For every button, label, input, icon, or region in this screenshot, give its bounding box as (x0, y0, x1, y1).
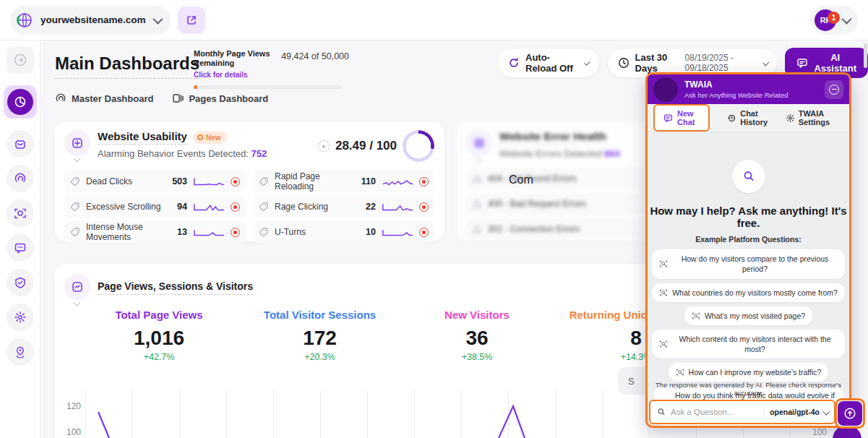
sidebar-item-feedback[interactable] (7, 234, 34, 262)
ask-question-bar: openai/gpt-4o (649, 400, 835, 424)
user-menu[interactable]: RF 1 (810, 6, 858, 35)
location-pin-icon (14, 345, 27, 358)
alert-target-icon (231, 228, 240, 237)
tab-chat-history[interactable]: Chat History (721, 106, 777, 130)
quota-progress-fill (194, 85, 197, 89)
website-selector[interactable]: yourwebsitename.com (10, 6, 171, 35)
examples-label: Example Platform Questions: (695, 235, 801, 244)
stat-total-visitor-sessions[interactable]: Total Visitor Sessions 172 +20.3% (242, 309, 398, 362)
sidebar-nav (0, 40, 40, 438)
sparkline (382, 176, 413, 187)
tab-master-label: Master Dashboard (72, 93, 153, 104)
panel-tabs: New Chat Chat History TWAIA Settings (648, 104, 849, 132)
new-chat-icon (663, 113, 673, 123)
open-website-button[interactable] (178, 7, 205, 34)
auto-reload-dropdown[interactable]: Auto-Reload Off (497, 48, 600, 78)
refresh-icon (508, 57, 520, 69)
sidebar-item-performance[interactable] (7, 165, 34, 192)
chevron-down-icon (762, 59, 769, 66)
ask-question-input[interactable] (671, 408, 759, 416)
tag-icon (70, 227, 80, 237)
search-scan-icon (659, 340, 668, 348)
search-scan-icon (659, 288, 668, 297)
sidebar-item-locations[interactable] (7, 338, 34, 366)
usability-score: 28.49 / 100 (335, 139, 397, 153)
top-bar: yourwebsitename.com RF 1 (0, 0, 868, 40)
model-selector[interactable]: openai/gpt-4o (763, 408, 828, 416)
tag-icon (259, 227, 269, 237)
sidebar-item-dashboards[interactable] (4, 85, 37, 119)
search-scan-icon (676, 368, 684, 377)
new-badge: New (193, 132, 227, 144)
example-question[interactable]: How do my visitors compare to the previo… (652, 249, 845, 278)
sidebar-item-recordings[interactable] (7, 199, 34, 227)
assistant-name: TWAIA (684, 80, 788, 90)
ai-assistant-label: AI Assistant (814, 52, 856, 74)
pageviews-module-icon[interactable] (64, 274, 90, 300)
sidebar-item-privacy[interactable] (7, 269, 34, 296)
sparkline (382, 201, 413, 212)
tab-twaia-settings[interactable]: TWAIA Settings (780, 106, 843, 130)
example-question[interactable]: What's my most visited page? (684, 306, 812, 325)
search-circle (732, 160, 765, 193)
usability-title[interactable]: Website Usability (98, 130, 187, 145)
sidebar-item-ecommerce[interactable] (7, 130, 34, 158)
notification-badge: 1 (828, 12, 840, 24)
date-range-value: 08/19/2025 - 09/18/2025 (685, 53, 757, 73)
quota-details-link[interactable]: Click for details (194, 71, 247, 79)
alert-target-icon (231, 202, 240, 212)
sparkline (193, 226, 225, 238)
search-scan-icon (692, 312, 700, 320)
page-title: Main Dashboards (55, 53, 199, 79)
tab-master-dashboard[interactable]: Master Dashboard (55, 93, 153, 104)
metric-row-dead-clicks[interactable]: Dead Clicks 503 (64, 171, 246, 192)
clock-icon (618, 57, 629, 69)
stat-total-page-views[interactable]: Total Page Views 1,016 +42.7% (76, 309, 242, 362)
ai-disclaimer: The response was generated by AI. Please… (648, 381, 849, 397)
sidebar-collapse-icon[interactable] (7, 46, 34, 74)
new-chat-label: New Chat (677, 109, 700, 126)
panel-header: TWAIA Ask her Anything Website Related (648, 74, 849, 104)
minus-circle-icon (829, 85, 839, 95)
error-module-icon[interactable] (466, 130, 492, 156)
twaia-settings-label: TWAIA Settings (799, 109, 838, 126)
usability-score-donut (403, 130, 434, 162)
alert-target-icon (419, 228, 429, 237)
shield-check-icon (14, 276, 27, 289)
history-icon (727, 113, 736, 123)
sparkline (193, 201, 225, 212)
sidebar-item-settings[interactable] (7, 304, 34, 331)
usability-module-icon[interactable] (64, 130, 90, 156)
dashboard-tabs: Master Dashboard Pages Dashboard (55, 93, 268, 104)
scrollbar[interactable] (864, 43, 867, 68)
example-question[interactable]: What countries do my visitors mostly com… (652, 283, 845, 302)
minimize-button[interactable] (825, 80, 843, 99)
warning-icon (472, 173, 482, 184)
tab-pages-dashboard[interactable]: Pages Dashboard (172, 93, 268, 104)
metric-row-excessive-scrolling[interactable]: Excessive Scrolling 94 (64, 196, 246, 218)
metric-row-rage-clicking[interactable]: Rage Clicking 22 (253, 196, 434, 218)
sparkline (193, 176, 225, 187)
chevron-down-icon (584, 59, 590, 66)
quota-label: Monthly Page Views Remaining (194, 49, 277, 67)
shopping-bag-icon (14, 137, 27, 150)
chevron-down-icon (152, 14, 163, 24)
metric-row-u-turns[interactable]: U-Turns 10 (253, 221, 434, 243)
twaia-avatar (653, 77, 678, 102)
pageviews-title[interactable]: Page Views, Sessions & Visitors (98, 280, 253, 295)
quota-widget[interactable]: Monthly Page Views Remaining 49,424 of 5… (194, 49, 349, 89)
metric-row-intense-mouse-movements[interactable]: Intense Mouse Movements 13 (64, 221, 246, 243)
example-question[interactable]: How can I improve my website's traffic? (669, 363, 829, 382)
send-button[interactable] (838, 401, 862, 426)
model-name: openai/gpt-4o (770, 408, 820, 416)
metric-row-rapid-page-reloading[interactable]: Rapid Page Reloading 110 (253, 171, 434, 192)
quota-progress-bar (194, 85, 342, 89)
stat-new-visitors[interactable]: New Visitors 36 +38.5% (423, 309, 531, 362)
y-axis-tick: 120 (66, 401, 81, 411)
chevron-down-icon (841, 14, 851, 24)
error-health-title[interactable]: Website Error Health (499, 130, 606, 145)
gauge-icon (14, 172, 27, 185)
example-question[interactable]: Which content do my visitors interact wi… (652, 330, 845, 358)
search-icon (742, 169, 756, 184)
tab-new-chat[interactable]: New Chat (653, 104, 710, 132)
